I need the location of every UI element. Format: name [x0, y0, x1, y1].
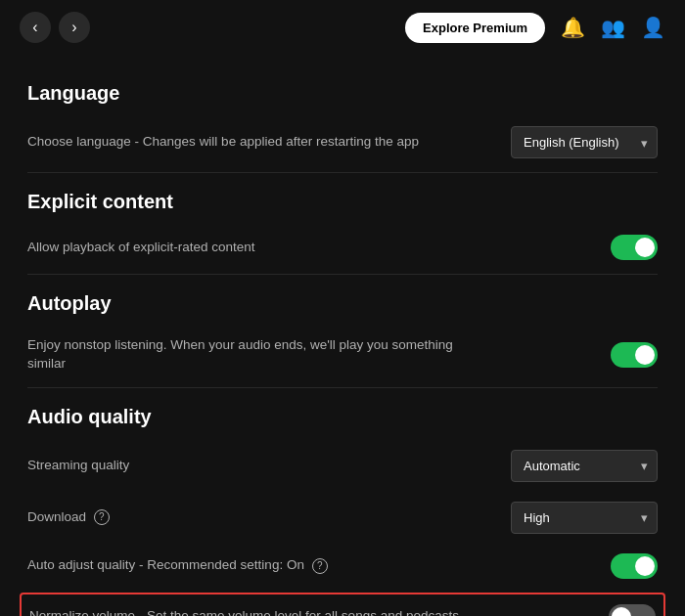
explicit-label: Allow playback of explicit-rated content — [27, 239, 469, 257]
top-nav: ‹ › Explore Premium 🔔 👥 👤 — [0, 0, 685, 55]
settings-content: Language Choose language - Changes will … — [0, 55, 685, 616]
bell-icon[interactable]: 🔔 — [561, 16, 585, 39]
download-dropdown[interactable]: High — [511, 502, 658, 534]
user-icon[interactable]: 👤 — [641, 16, 665, 39]
autoplay-row: Enjoy nonstop listening. When your audio… — [27, 327, 658, 383]
language-section-title: Language — [27, 82, 658, 105]
streaming-quality-dropdown[interactable]: Automatic — [511, 450, 658, 482]
red-arrow-indicator — [652, 597, 685, 616]
svg-line-0 — [662, 602, 685, 616]
autoplay-toggle[interactable] — [611, 342, 658, 368]
auto-adjust-help-icon[interactable]: ? — [312, 558, 328, 574]
streaming-quality-dropdown-wrapper: Automatic — [511, 450, 658, 482]
normalize-volume-label: Normalize volume - Set the same volume l… — [29, 607, 468, 616]
nav-arrows: ‹ › — [20, 12, 90, 43]
explicit-section-title: Explicit content — [27, 191, 658, 213]
back-button[interactable]: ‹ — [20, 12, 51, 43]
auto-adjust-toggle[interactable] — [611, 553, 658, 579]
normalize-volume-row: Normalize volume - Set the same volume l… — [20, 593, 665, 616]
nav-right: Explore Premium 🔔 👥 👤 — [405, 13, 665, 43]
autoplay-label: Enjoy nonstop listening. When your audio… — [27, 336, 469, 374]
explore-premium-button[interactable]: Explore Premium — [405, 13, 545, 43]
language-dropdown-wrapper: English (English) — [511, 126, 658, 158]
download-label: Download ? — [27, 508, 469, 527]
streaming-quality-label: Streaming quality — [27, 457, 469, 475]
autoplay-section-title: Autoplay — [27, 292, 658, 315]
download-row: Download ? High — [27, 492, 658, 544]
explicit-toggle[interactable] — [611, 235, 658, 260]
normalize-volume-setting-row: Normalize volume - Set the same volume l… — [29, 604, 656, 616]
language-label: Choose language - Changes will be applie… — [27, 133, 469, 152]
explicit-row: Allow playback of explicit-rated content — [27, 225, 658, 270]
forward-button[interactable]: › — [59, 12, 90, 43]
friends-icon[interactable]: 👥 — [601, 16, 625, 39]
auto-adjust-label: Auto adjust quality - Recommended settin… — [27, 556, 469, 575]
download-dropdown-wrapper: High — [511, 502, 658, 534]
language-dropdown[interactable]: English (English) — [511, 126, 658, 158]
download-help-icon[interactable]: ? — [94, 509, 110, 525]
auto-adjust-row: Auto adjust quality - Recommended settin… — [27, 544, 658, 589]
audio-section-title: Audio quality — [27, 406, 658, 428]
streaming-quality-row: Streaming quality Automatic — [27, 440, 658, 492]
language-row: Choose language - Changes will be applie… — [27, 116, 658, 168]
normalize-volume-toggle[interactable] — [609, 604, 656, 616]
